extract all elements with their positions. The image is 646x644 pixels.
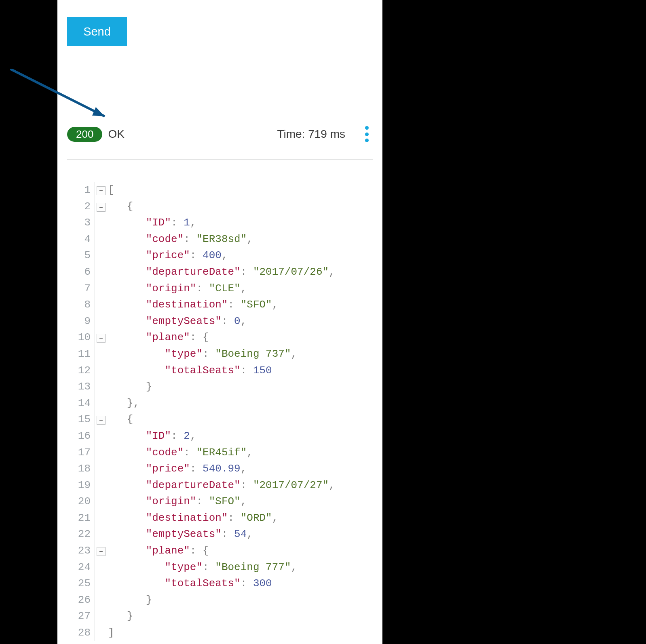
gutter-line (95, 575, 95, 592)
code-content: "price": 540.99, (106, 461, 247, 477)
line-number: 2 (67, 198, 95, 215)
code-line: 20 "origin": "SFO", (67, 493, 373, 510)
gutter-line (95, 477, 95, 494)
response-body-viewer[interactable]: 1–[2– {3 "ID": 1,4 "code": "ER38sd",5 "p… (67, 182, 373, 641)
line-number: 28 (67, 625, 95, 641)
code-content: [ (106, 182, 114, 198)
line-number: 27 (67, 608, 95, 625)
gutter-line (95, 428, 95, 444)
line-number: 18 (67, 461, 95, 477)
line-number: 8 (67, 297, 95, 313)
code-content: ] (106, 625, 114, 641)
code-line: 11 "type": "Boeing 737", (67, 346, 373, 362)
code-line: 10– "plane": { (67, 329, 373, 346)
code-content: "ID": 1, (106, 215, 196, 231)
gutter-line (95, 444, 95, 461)
gutter-line (95, 493, 95, 510)
fold-collapse-icon[interactable]: – (97, 186, 106, 195)
code-line: 4 "code": "ER38sd", (67, 231, 373, 248)
code-content: "plane": { (106, 543, 209, 559)
code-line: 22 "emptySeats": 54, (67, 526, 373, 543)
code-line: 25 "totalSeats": 300 (67, 575, 373, 592)
response-panel: Send 200 OK Time: 719 ms 1–[2– {3 "ID": … (57, 0, 382, 644)
code-content: "price": 400, (106, 247, 228, 264)
line-number: 19 (67, 477, 95, 494)
code-content: "destination": "SFO", (106, 297, 278, 313)
gutter-line (95, 280, 95, 297)
fold-collapse-icon[interactable]: – (97, 334, 106, 343)
code-content: "code": "ER45if", (106, 444, 253, 461)
line-number: 1 (67, 182, 95, 198)
code-line: 23– "plane": { (67, 543, 373, 559)
code-content: "destination": "ORD", (106, 510, 278, 526)
code-content: "type": "Boeing 777", (106, 559, 297, 576)
code-line: 13 } (67, 379, 373, 395)
code-line: 6 "departureDate": "2017/07/26", (67, 264, 373, 280)
gutter-line (95, 379, 95, 395)
code-content: "ID": 2, (106, 428, 196, 444)
fold-gutter: – (95, 198, 106, 215)
gutter-line (95, 559, 95, 576)
code-content: "departureDate": "2017/07/27", (106, 477, 335, 494)
status-code-badge: 200 (67, 127, 102, 142)
gutter-line (95, 608, 95, 625)
code-line: 28] (67, 625, 373, 641)
line-number: 12 (67, 362, 95, 379)
code-line: 7 "origin": "CLE", (67, 280, 373, 297)
line-number: 7 (67, 280, 95, 297)
line-number: 17 (67, 444, 95, 461)
gutter-line (95, 461, 95, 477)
more-options-icon[interactable] (361, 126, 373, 142)
gutter-line (95, 346, 95, 362)
code-line: 26 } (67, 592, 373, 608)
status-text: OK (108, 128, 124, 141)
code-content: { (106, 198, 133, 215)
gutter-line (95, 264, 95, 280)
gutter-line (95, 247, 95, 264)
gutter-line (95, 625, 95, 641)
gutter-line (95, 215, 95, 231)
time-label: Time: (277, 128, 308, 140)
send-button[interactable]: Send (67, 17, 127, 46)
line-number: 11 (67, 346, 95, 362)
code-line: 19 "departureDate": "2017/07/27", (67, 477, 373, 494)
fold-gutter: – (95, 329, 106, 346)
code-line: 1–[ (67, 182, 373, 198)
gutter-line (95, 510, 95, 526)
fold-collapse-icon[interactable]: – (97, 203, 106, 212)
code-content: "departureDate": "2017/07/26", (106, 264, 335, 280)
line-number: 23 (67, 543, 95, 559)
code-content: "plane": { (106, 329, 209, 346)
code-line: 3 "ID": 1, (67, 215, 373, 231)
fold-collapse-icon[interactable]: – (97, 416, 106, 425)
response-time: Time: 719 ms (277, 128, 345, 141)
status-row: 200 OK Time: 719 ms (67, 122, 373, 146)
code-line: 17 "code": "ER45if", (67, 444, 373, 461)
code-content: } (106, 608, 133, 625)
gutter-line (95, 313, 95, 330)
line-number: 10 (67, 329, 95, 346)
code-line: 16 "ID": 2, (67, 428, 373, 444)
fold-gutter: – (95, 411, 106, 428)
line-number: 20 (67, 493, 95, 510)
line-number: 22 (67, 526, 95, 543)
fold-gutter: – (95, 182, 106, 198)
code-content: } (106, 379, 152, 395)
line-number: 9 (67, 313, 95, 330)
code-content: { (106, 411, 133, 428)
gutter-line (95, 297, 95, 313)
line-number: 25 (67, 575, 95, 592)
line-number: 4 (67, 231, 95, 248)
divider (67, 159, 373, 160)
code-line: 21 "destination": "ORD", (67, 510, 373, 526)
svg-line-0 (10, 69, 105, 116)
code-line: 8 "destination": "SFO", (67, 297, 373, 313)
code-content: "type": "Boeing 737", (106, 346, 297, 362)
code-content: "emptySeats": 0, (106, 313, 247, 330)
gutter-line (95, 395, 95, 412)
code-content: "code": "ER38sd", (106, 231, 253, 248)
fold-collapse-icon[interactable]: – (97, 547, 106, 556)
gutter-line (95, 231, 95, 248)
line-number: 21 (67, 510, 95, 526)
gutter-line (95, 592, 95, 608)
